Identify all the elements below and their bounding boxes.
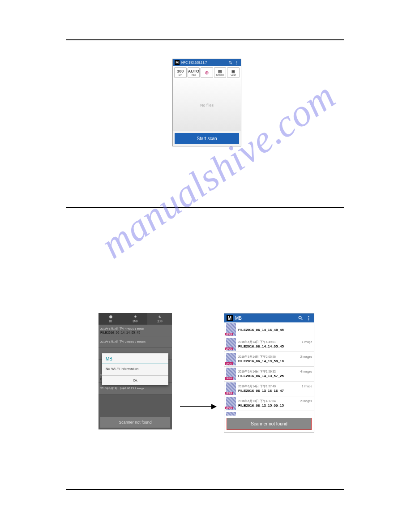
ip-address: NFC 192.168.11.7 bbox=[181, 61, 207, 64]
more-icon[interactable] bbox=[306, 315, 312, 321]
file-list: FILE2016_06_14_16_48_45 2016年6月14日 下午4:4… bbox=[224, 322, 314, 416]
svg-point-6 bbox=[308, 317, 309, 318]
tabs-row: 刪 儲存 全部 bbox=[98, 313, 172, 325]
thumbnail-icon bbox=[226, 382, 236, 395]
svg-point-5 bbox=[308, 316, 309, 317]
auto-option[interactable]: AUTOmax bbox=[188, 67, 200, 78]
list-item[interactable]: 2016年6月14日 下午1:57:401 imageFILE2016_06_1… bbox=[224, 382, 314, 396]
thumbnail-icon bbox=[226, 353, 236, 365]
list-item: 2016年6月14日 下午2:05:56 2 images bbox=[98, 336, 172, 348]
list-item[interactable]: 2016年6月13日 下午3:00:231 image bbox=[224, 411, 314, 416]
list-item[interactable]: FILE2016_06_14_16_48_45 bbox=[224, 322, 314, 337]
svg-point-7 bbox=[308, 319, 309, 320]
start-scan-button[interactable]: Start scan bbox=[175, 133, 239, 144]
phone-screenshot-1: M NFC 192.168.11.7 300DPI AUTOmax ◎ ▤Sim… bbox=[172, 59, 241, 146]
search-icon[interactable] bbox=[298, 315, 304, 321]
alert-dialog: MB No Wi-Fi Information. Ok bbox=[102, 353, 168, 385]
app-bar: M NFC 192.168.11.7 bbox=[173, 59, 241, 66]
phone-screenshot-2: 刪 儲存 全部 2016年6月14日 下午4:49:01 1 imageFILE… bbox=[98, 313, 172, 429]
divider-mid bbox=[66, 207, 344, 208]
thumbnail-icon bbox=[226, 368, 236, 380]
tab-save[interactable]: 儲存 bbox=[123, 313, 148, 325]
svg-point-3 bbox=[109, 315, 112, 318]
svg-point-1 bbox=[236, 62, 237, 63]
scan-options-row: 300DPI AUTOmax ◎ ▤Simplex ▣Color bbox=[173, 66, 241, 79]
scanner-status-button[interactable]: Scanner not found bbox=[227, 418, 312, 430]
app-bar: M MB bbox=[224, 313, 314, 322]
app-logo-icon: M bbox=[175, 60, 180, 65]
more-icon[interactable] bbox=[235, 60, 239, 65]
svg-point-2 bbox=[236, 64, 237, 64]
app-title: MB bbox=[235, 316, 242, 321]
app-logo-icon: M bbox=[227, 315, 233, 321]
list-item[interactable]: 2016年6月13日 下午4:17:042 imagesFILE2016_06_… bbox=[224, 396, 314, 411]
list-item[interactable]: 2016年6月14日 下午2:05:562 imagesFILE2016_06_… bbox=[224, 352, 314, 367]
search-icon[interactable] bbox=[228, 60, 233, 65]
list-item[interactable]: 2016年6月14日 下午1:59:334 imagesFILE2016_06_… bbox=[224, 367, 314, 382]
list-item: 2016年6月14日 下午4:49:01 1 imageFILE2016_06_… bbox=[98, 325, 172, 336]
thumbnail-icon bbox=[226, 323, 236, 336]
thumbnail-icon bbox=[226, 397, 236, 410]
divider-top bbox=[66, 39, 344, 40]
scanner-status-button[interactable]: Scanner not found bbox=[100, 417, 170, 428]
tab-delete[interactable]: 刪 bbox=[98, 313, 123, 325]
thumbnail-icon bbox=[226, 412, 236, 416]
dialog-title: MB bbox=[102, 353, 168, 364]
svg-point-0 bbox=[236, 61, 237, 62]
dialog-ok-button[interactable]: Ok bbox=[102, 375, 168, 385]
dialog-message: No Wi-Fi Information. bbox=[102, 367, 168, 375]
simplex-option[interactable]: ▤Simplex bbox=[214, 67, 227, 78]
list-item[interactable]: 2016年6月14日 下午4:49:011 imageFILE2016_06_1… bbox=[224, 337, 314, 352]
dpi-option[interactable]: 300DPI bbox=[174, 67, 187, 78]
empty-state: No files bbox=[173, 79, 241, 131]
color-option[interactable]: ▣Color bbox=[227, 67, 240, 78]
thumbnail-icon bbox=[226, 338, 236, 351]
format-option[interactable]: ◎ bbox=[201, 67, 213, 78]
tab-all[interactable]: 全部 bbox=[147, 313, 172, 325]
arrow-icon bbox=[180, 402, 217, 413]
divider-bot bbox=[66, 489, 344, 490]
phone-screenshot-3: M MB FILE2016_06_14_16_48_45 2016年6月14日 … bbox=[224, 313, 314, 433]
